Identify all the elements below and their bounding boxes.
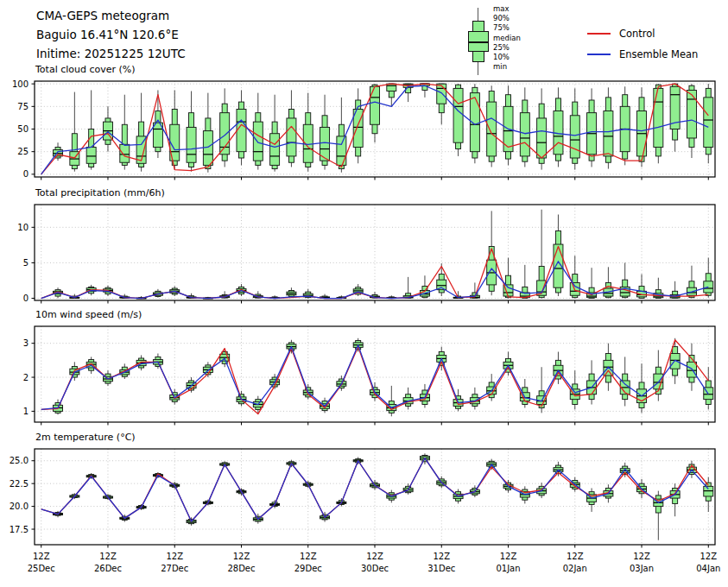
svg-text:03Jan: 03Jan	[630, 564, 654, 573]
svg-text:12Z: 12Z	[433, 552, 450, 561]
svg-text:3: 3	[23, 338, 28, 348]
meteogram-chart: 0255075100051012317.520.022.525.012Z25De…	[0, 0, 728, 587]
svg-text:12Z: 12Z	[233, 552, 250, 561]
svg-text:12Z: 12Z	[366, 552, 383, 561]
svg-text:5: 5	[23, 258, 28, 268]
svg-text:02Jan: 02Jan	[563, 564, 587, 573]
svg-text:50: 50	[17, 124, 28, 134]
svg-text:1: 1	[23, 407, 28, 416]
svg-text:30Dec: 30Dec	[361, 564, 389, 573]
svg-text:17.5: 17.5	[9, 525, 28, 534]
svg-text:31Dec: 31Dec	[427, 564, 455, 573]
x-axis-labels: 12Z25Dec12Z26Dec12Z27Dec12Z28Dec12Z29Dec…	[28, 552, 721, 573]
panel-temp: 17.520.022.525.0	[9, 449, 715, 548]
svg-text:10: 10	[17, 223, 28, 232]
svg-text:2: 2	[23, 373, 28, 382]
svg-text:12Z: 12Z	[567, 552, 584, 561]
svg-text:25: 25	[17, 147, 28, 156]
svg-text:01Jan: 01Jan	[496, 564, 520, 573]
svg-text:22.5: 22.5	[9, 479, 28, 489]
svg-text:20.0: 20.0	[9, 502, 28, 511]
svg-text:28Dec: 28Dec	[227, 564, 255, 573]
svg-text:12Z: 12Z	[300, 552, 317, 561]
svg-text:12Z: 12Z	[33, 552, 50, 561]
svg-text:25.0: 25.0	[9, 456, 28, 465]
panel-cloud: 0255075100	[12, 79, 715, 180]
svg-text:12Z: 12Z	[166, 552, 183, 561]
svg-text:12Z: 12Z	[500, 552, 517, 561]
svg-text:25Dec: 25Dec	[28, 564, 55, 573]
svg-text:29Dec: 29Dec	[294, 564, 322, 573]
svg-text:27Dec: 27Dec	[161, 564, 188, 573]
svg-text:75: 75	[17, 102, 28, 111]
panel-wind: 123	[23, 326, 715, 426]
svg-text:12Z: 12Z	[700, 552, 717, 561]
svg-text:12Z: 12Z	[633, 552, 650, 561]
svg-text:0: 0	[23, 294, 28, 303]
svg-text:04Jan: 04Jan	[696, 564, 720, 573]
panel-precip: 0510	[17, 205, 715, 304]
meteogram-page: CMA-GEPS meteogram Baguio 16.41°N 120.6°…	[0, 0, 728, 587]
svg-text:100: 100	[12, 79, 28, 89]
svg-text:12Z: 12Z	[99, 552, 117, 561]
svg-text:26Dec: 26Dec	[94, 564, 122, 573]
svg-text:0: 0	[23, 169, 28, 179]
